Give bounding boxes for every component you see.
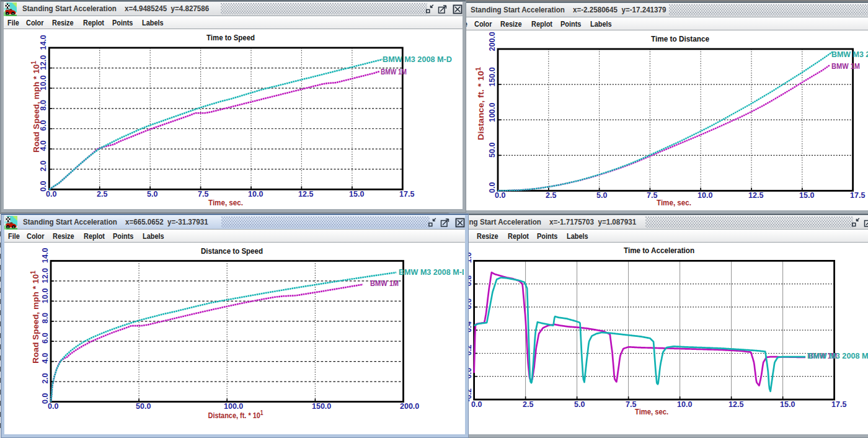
svg-text:12.5: 12.5 bbox=[728, 400, 743, 409]
svg-text:15.0: 15.0 bbox=[780, 400, 795, 409]
svg-text:2.0: 2.0 bbox=[39, 161, 48, 171]
svg-text:BMW M3 2008 M-D: BMW M3 2008 M-D bbox=[399, 268, 464, 277]
svg-text:0.0: 0.0 bbox=[471, 400, 482, 409]
svg-text:15.0: 15.0 bbox=[349, 190, 364, 199]
svg-text:4.0: 4.0 bbox=[41, 353, 50, 364]
svg-text:BMW M3 2008 M-D: BMW M3 2008 M-D bbox=[831, 50, 868, 59]
svg-text:50.0: 50.0 bbox=[488, 143, 497, 158]
svg-text:BMW 1M: BMW 1M bbox=[381, 68, 407, 76]
svg-text:8.0: 8.0 bbox=[41, 313, 50, 323]
svg-text:Time to Acceleration: Time to Acceleration bbox=[624, 246, 694, 255]
svg-text:10.0: 10.0 bbox=[677, 400, 692, 409]
svg-text:7.5: 7.5 bbox=[198, 190, 208, 199]
svg-text:200.0: 200.0 bbox=[400, 402, 419, 411]
svg-text:150.0: 150.0 bbox=[488, 67, 497, 86]
svg-text:17.5: 17.5 bbox=[399, 190, 414, 199]
svg-text:BMW 1M: BMW 1M bbox=[370, 279, 399, 288]
svg-text:0.0: 0.0 bbox=[39, 181, 48, 191]
svg-text:Distance to Speed: Distance to Speed bbox=[201, 246, 263, 256]
svg-text:Road Speed, mph * 101: Road Speed, mph * 101 bbox=[30, 270, 41, 364]
svg-text:2.5: 2.5 bbox=[546, 191, 556, 200]
svg-text:Time to Speed: Time to Speed bbox=[206, 33, 255, 42]
svg-text:50.0: 50.0 bbox=[136, 402, 151, 411]
svg-text:Distance, ft. * 101: Distance, ft. * 101 bbox=[475, 67, 486, 140]
svg-text:2.5: 2.5 bbox=[523, 400, 533, 409]
svg-text:2.5: 2.5 bbox=[97, 190, 107, 199]
svg-text:12.5: 12.5 bbox=[748, 191, 763, 200]
svg-text:100.0: 100.0 bbox=[224, 402, 243, 411]
svg-text:Road Speed, mph * 101: Road Speed, mph * 101 bbox=[30, 61, 42, 153]
svg-text:15.0: 15.0 bbox=[799, 191, 814, 200]
svg-text:2.0: 2.0 bbox=[41, 373, 50, 383]
svg-text:BMW M3 2008 M-D: BMW M3 2008 M-D bbox=[383, 55, 452, 64]
svg-text:BMW 1M: BMW 1M bbox=[831, 62, 860, 71]
svg-text:17.5: 17.5 bbox=[850, 191, 865, 200]
svg-text:6.0: 6.0 bbox=[41, 333, 50, 343]
svg-text:10.0: 10.0 bbox=[698, 191, 712, 200]
svg-text:14.0: 14.0 bbox=[41, 248, 50, 263]
svg-text:150.0: 150.0 bbox=[312, 402, 331, 411]
svg-text:5.0: 5.0 bbox=[596, 191, 607, 200]
svg-text:12.0: 12.0 bbox=[41, 268, 50, 283]
svg-text:5.0: 5.0 bbox=[147, 190, 157, 199]
svg-text:10.0: 10.0 bbox=[248, 190, 263, 199]
svg-text:Time, sec.: Time, sec. bbox=[657, 198, 691, 207]
svg-text:Distance, ft. * 101: Distance, ft. * 101 bbox=[208, 409, 264, 420]
svg-text:100.0: 100.0 bbox=[488, 102, 497, 122]
svg-text:14.0: 14.0 bbox=[39, 35, 48, 50]
svg-text:12.5: 12.5 bbox=[298, 190, 313, 199]
svg-text:10.0: 10.0 bbox=[41, 288, 50, 303]
svg-text:0.0: 0.0 bbox=[41, 393, 50, 404]
svg-text:5.0: 5.0 bbox=[574, 400, 585, 409]
svg-text:0.0: 0.0 bbox=[488, 182, 497, 193]
svg-text:7.5: 7.5 bbox=[647, 191, 657, 200]
svg-text:Time, sec.: Time, sec. bbox=[208, 198, 243, 207]
svg-text:17.5: 17.5 bbox=[831, 400, 846, 409]
svg-text:Time to Distance: Time to Distance bbox=[651, 34, 709, 43]
svg-text:BMW M3 2008 M-D: BMW M3 2008 M-D bbox=[807, 352, 868, 360]
svg-text:Time, sec.: Time, sec. bbox=[635, 407, 668, 416]
svg-text:200.0: 200.0 bbox=[488, 32, 497, 51]
